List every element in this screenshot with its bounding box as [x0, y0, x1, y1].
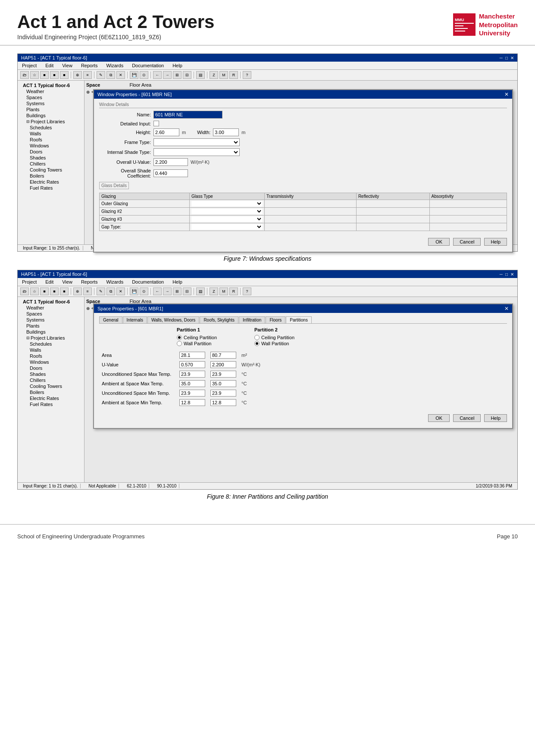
- partition-row-val2-0[interactable]: [208, 350, 239, 360]
- f8-tree-root[interactable]: ACT 1 Typical floor-6: [19, 299, 82, 305]
- toolbar-btn-6[interactable]: ⊕: [73, 71, 82, 79]
- tree-boilers[interactable]: Boilers: [19, 173, 82, 179]
- figure7-dialog-close[interactable]: ✕: [504, 91, 509, 97]
- f8-tree-spaces[interactable]: Spaces: [19, 311, 82, 317]
- tree-project-libs[interactable]: ⊟ Project Libraries: [19, 119, 82, 125]
- f8-tree-roofs[interactable]: Roofs: [19, 353, 82, 359]
- figure7-help-button[interactable]: Help: [484, 238, 507, 246]
- partition-row-val1-4[interactable]: [177, 388, 208, 398]
- partition-row-val2-1[interactable]: [208, 360, 239, 369]
- toolbar-btn-misc2[interactable]: M: [219, 71, 228, 79]
- f8-menu-project[interactable]: Project: [20, 279, 38, 285]
- partition-row-val2-4[interactable]: [208, 388, 239, 398]
- partition-row-val1-1[interactable]: [177, 360, 208, 369]
- menu-wizards[interactable]: Wizards: [104, 62, 125, 69]
- partition-row-val1-0[interactable]: [177, 350, 208, 360]
- name-input[interactable]: [153, 111, 222, 119]
- figure8-cancel-button[interactable]: Cancel: [453, 414, 481, 422]
- close-icon[interactable]: ✕: [510, 56, 514, 60]
- menu-documentation[interactable]: Documentation: [130, 62, 166, 69]
- figure8-minimize-icon[interactable]: ─: [500, 272, 503, 277]
- f8-tree-windows[interactable]: Windows: [19, 359, 82, 365]
- partition-row-val2-5[interactable]: [208, 398, 239, 407]
- f8-menu-edit[interactable]: Edit: [44, 279, 55, 285]
- toolbar-btn-1[interactable]: 🗁: [20, 71, 29, 79]
- tree-shades[interactable]: Shades: [19, 155, 82, 161]
- glass-3-type[interactable]: [190, 216, 265, 223]
- f8-toolbar-btn-del[interactable]: ✕: [116, 287, 125, 295]
- tree-doors[interactable]: Doors: [19, 149, 82, 155]
- height-input[interactable]: [153, 128, 179, 136]
- shade-type-select[interactable]: [153, 148, 240, 156]
- tab-general[interactable]: General: [99, 316, 122, 323]
- tab-infiltration[interactable]: Infiltration: [239, 316, 265, 323]
- toolbar-btn-help[interactable]: ?: [243, 71, 251, 79]
- f8-menu-view[interactable]: View: [60, 279, 74, 285]
- restore-icon[interactable]: □: [505, 56, 508, 60]
- partition-row-val1-3[interactable]: [177, 379, 208, 388]
- f8-tree-boilers[interactable]: Boilers: [19, 389, 82, 395]
- tab-partitions[interactable]: Partitions: [286, 316, 312, 323]
- f8-tree-doors[interactable]: Doors: [19, 365, 82, 371]
- toolbar-btn-arr2[interactable]: →: [163, 71, 172, 79]
- p2-ceiling-radio[interactable]: [254, 335, 260, 340]
- f8-menu-wizards[interactable]: Wizards: [104, 279, 125, 285]
- partition-row-val1-5[interactable]: [177, 398, 208, 407]
- toolbar-btn-misc3[interactable]: R: [229, 71, 238, 79]
- f8-tree-systems[interactable]: Systems: [19, 317, 82, 323]
- f8-toolbar-btn-table[interactable]: ▤: [196, 287, 205, 295]
- partition-row-val1-2[interactable]: [177, 369, 208, 379]
- f8-tree-schedules[interactable]: Schedules: [19, 341, 82, 347]
- tree-electric-rates[interactable]: Electric Rates: [19, 179, 82, 185]
- f8-tree-weather[interactable]: Weather: [19, 305, 82, 311]
- f8-toolbar-btn-1[interactable]: 🗁: [20, 287, 29, 295]
- f8-toolbar-btn-8[interactable]: ✎: [97, 287, 105, 295]
- toolbar-btn-save[interactable]: 💾: [130, 71, 138, 79]
- f8-toolbar-btn-6[interactable]: ⊕: [73, 287, 82, 295]
- minimize-icon[interactable]: ─: [500, 56, 503, 60]
- tab-floors[interactable]: Floors: [266, 316, 285, 323]
- shade-coeff-input[interactable]: [153, 169, 188, 177]
- tab-walls-windows-doors[interactable]: Walls, Windows, Doors: [147, 316, 199, 323]
- glass-2-type[interactable]: [190, 208, 265, 216]
- toolbar-btn-table[interactable]: ▤: [196, 71, 205, 79]
- figure7-titlebar-controls[interactable]: ─ □ ✕: [500, 56, 514, 60]
- f8-toolbar-btn-help[interactable]: ?: [243, 287, 251, 295]
- toolbar-btn-grid2[interactable]: ⊟: [183, 71, 191, 79]
- f8-tree-walls[interactable]: Walls: [19, 347, 82, 353]
- f8-toolbar-btn-grid2[interactable]: ⊟: [183, 287, 191, 295]
- f8-toolbar-btn-grid[interactable]: ⊞: [173, 287, 181, 295]
- f8-tree-buildings[interactable]: Buildings: [19, 329, 82, 335]
- toolbar-btn-4[interactable]: ■: [50, 71, 59, 79]
- toolbar-btn-arr1[interactable]: ←: [153, 71, 162, 79]
- f8-toolbar-btn-copy[interactable]: ⧉: [106, 287, 115, 295]
- width-input[interactable]: [213, 128, 239, 136]
- tree-systems[interactable]: Systems: [19, 100, 82, 106]
- menu-view[interactable]: View: [60, 62, 74, 69]
- f8-toolbar-btn-save[interactable]: 💾: [130, 287, 138, 295]
- f8-toolbar-btn-misc2[interactable]: M: [219, 287, 228, 295]
- tree-spaces[interactable]: Spaces: [19, 94, 82, 100]
- toolbar-btn-del[interactable]: ✕: [116, 71, 125, 79]
- f8-tree-project-libs[interactable]: ⊟ Project Libraries: [19, 335, 82, 341]
- tree-roofs[interactable]: Roofs: [19, 137, 82, 143]
- figure8-titlebar-controls[interactable]: ─ □ ✕: [500, 272, 514, 277]
- f8-toolbar-btn-misc3[interactable]: R: [229, 287, 238, 295]
- tree-plants[interactable]: Plants: [19, 106, 82, 112]
- f8-toolbar-btn-3[interactable]: ■: [40, 287, 49, 295]
- f8-tree-fuel-rates[interactable]: Fuel Rates: [19, 401, 82, 407]
- f8-menu-reports[interactable]: Reports: [79, 279, 100, 285]
- detailed-input-checkbox[interactable]: [153, 121, 159, 126]
- tree-fuel-rates[interactable]: Fuel Rates: [19, 185, 82, 191]
- u-value-input[interactable]: [153, 158, 188, 166]
- figure8-help-button[interactable]: Help: [484, 414, 507, 422]
- f8-toolbar-btn-print[interactable]: ⊙: [140, 287, 148, 295]
- f8-menu-documentation[interactable]: Documentation: [130, 279, 166, 285]
- menu-project[interactable]: Project: [20, 62, 38, 69]
- toolbar-btn-grid[interactable]: ⊞: [173, 71, 181, 79]
- tree-windows[interactable]: Windows: [19, 143, 82, 149]
- f8-tree-cooling-towers[interactable]: Cooling Towers: [19, 383, 82, 389]
- tree-cooling-towers[interactable]: Cooling Towers: [19, 167, 82, 173]
- tab-internals[interactable]: Internals: [123, 316, 147, 323]
- glass-gap-type[interactable]: [190, 223, 265, 231]
